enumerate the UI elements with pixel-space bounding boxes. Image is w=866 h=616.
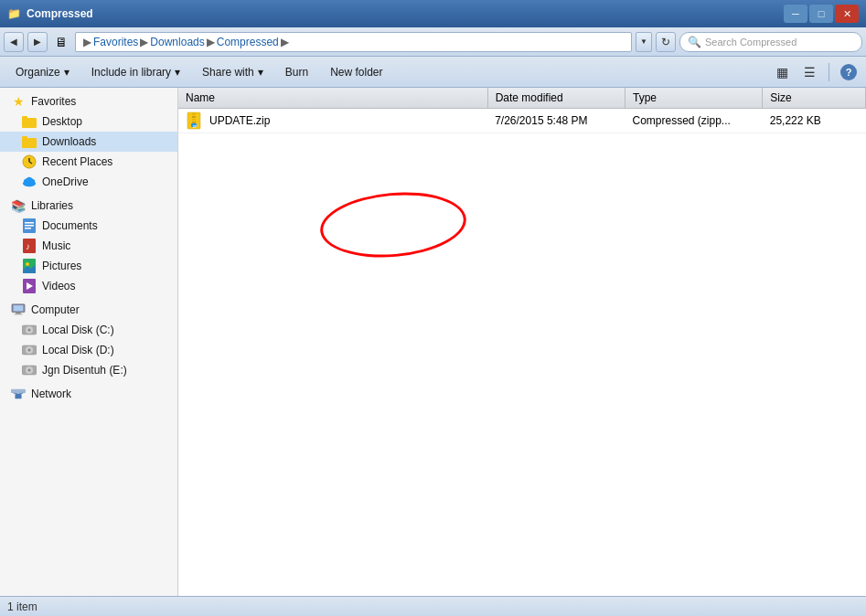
svg-rect-13 xyxy=(25,222,34,224)
sidebar-item-favorites[interactable]: ★ Favorites xyxy=(0,91,177,112)
table-row[interactable]: ZIP UPDATE.zip 7/26/2015 5:48 PM Compres… xyxy=(178,109,866,133)
sidebar-item-downloads[interactable]: Downloads xyxy=(0,132,177,152)
column-header-size[interactable]: Size xyxy=(763,88,866,109)
svg-rect-42 xyxy=(192,112,196,115)
svg-point-11 xyxy=(26,177,32,184)
path-segment-downloads[interactable]: Downloads xyxy=(150,36,204,48)
file-area-wrapper: Name Date modified Type Size xyxy=(178,88,866,596)
close-button[interactable]: ✕ xyxy=(835,5,859,23)
music-icon: ♪ xyxy=(22,239,37,253)
sidebar-item-videos[interactable]: Videos xyxy=(0,276,177,296)
sidebar-item-local-disk-c[interactable]: Local Disk (C:) xyxy=(0,320,177,340)
column-header-date[interactable]: Date modified xyxy=(487,88,625,109)
star-icon: ★ xyxy=(11,94,26,109)
path-segment-compressed[interactable]: Compressed xyxy=(217,36,279,48)
share-with-button[interactable]: Share with ▾ xyxy=(192,60,273,84)
main-area: ★ Favorites Desktop Downloads Recent Pl xyxy=(0,88,866,596)
share-dropdown-icon: ▾ xyxy=(258,66,263,79)
sidebar-section-computer: Computer Local Disk (C:) Local Disk (D:)… xyxy=(0,300,177,380)
include-in-library-button[interactable]: Include in library ▾ xyxy=(81,60,190,84)
forward-button[interactable]: ▶ xyxy=(27,32,48,52)
address-dropdown[interactable]: ▼ xyxy=(636,32,652,52)
burn-button[interactable]: Burn xyxy=(275,60,318,84)
disk-d-icon xyxy=(22,343,37,357)
svg-rect-3 xyxy=(22,138,37,148)
status-bar: 1 item xyxy=(0,596,866,616)
organize-button[interactable]: Organize ▾ xyxy=(5,60,80,84)
svg-point-35 xyxy=(28,369,31,372)
svg-rect-25 xyxy=(16,313,20,314)
sidebar-local-disk-d-label: Local Disk (D:) xyxy=(42,344,114,356)
sidebar-videos-label: Videos xyxy=(42,280,75,292)
sidebar: ★ Favorites Desktop Downloads Recent Pl xyxy=(0,88,178,596)
window-title: Compressed xyxy=(27,7,93,20)
library-icon: 📚 xyxy=(11,198,26,213)
toolbar-separator xyxy=(829,63,829,81)
maximize-button[interactable]: □ xyxy=(809,5,833,23)
sidebar-desktop-label: Desktop xyxy=(42,115,82,128)
status-text: 1 item xyxy=(7,600,37,613)
sidebar-item-local-disk-d[interactable]: Local Disk (D:) xyxy=(0,340,177,360)
address-path[interactable]: ▶ Favorites ▶ Downloads ▶ Compressed ▶ xyxy=(75,32,632,52)
file-name: UPDATE.zip xyxy=(209,114,270,127)
sidebar-item-music[interactable]: ♪ Music xyxy=(0,236,177,256)
sidebar-item-computer[interactable]: Computer xyxy=(0,300,177,320)
sidebar-item-pictures[interactable]: Pictures xyxy=(0,256,177,276)
svg-rect-37 xyxy=(11,389,26,393)
svg-rect-44 xyxy=(192,119,196,121)
sidebar-item-network[interactable]: Network xyxy=(0,384,177,404)
view-toggle-icon: ▦ xyxy=(776,65,788,80)
path-sep-2: ▶ xyxy=(207,36,215,48)
sidebar-item-libraries[interactable]: 📚 Libraries xyxy=(0,196,177,216)
file-type: Compressed (zipp... xyxy=(625,109,762,133)
toolbar-right: ▦ ☰ ? xyxy=(770,60,861,84)
svg-rect-2 xyxy=(22,116,27,119)
path-sep-1: ▶ xyxy=(140,36,148,48)
view-details-icon: ☰ xyxy=(804,65,816,80)
sidebar-computer-label: Computer xyxy=(31,303,80,316)
sidebar-downloads-label: Downloads xyxy=(42,135,96,148)
organize-dropdown-icon: ▾ xyxy=(64,66,69,79)
search-box[interactable]: 🔍 Search Compressed xyxy=(679,32,862,52)
svg-point-19 xyxy=(26,262,29,266)
sidebar-item-desktop[interactable]: Desktop xyxy=(0,112,177,132)
sidebar-onedrive-label: OneDrive xyxy=(42,175,89,188)
include-dropdown-icon: ▾ xyxy=(175,66,180,79)
sidebar-item-jgn-disentuh[interactable]: Jgn Disentuh (E:) xyxy=(0,360,177,380)
svg-rect-26 xyxy=(15,313,23,314)
column-header-type[interactable]: Type xyxy=(625,88,762,109)
view-details-button[interactable]: ☰ xyxy=(797,60,821,84)
sidebar-jgn-disentuh-label: Jgn Disentuh (E:) xyxy=(42,364,127,377)
sidebar-local-disk-c-label: Local Disk (C:) xyxy=(42,324,114,336)
help-button[interactable]: ? xyxy=(837,60,861,84)
path-sep-3: ▶ xyxy=(281,36,289,48)
svg-rect-43 xyxy=(192,116,196,118)
cloud-icon xyxy=(22,175,37,189)
search-icon: 🔍 xyxy=(688,36,701,48)
sidebar-item-documents[interactable]: Documents xyxy=(0,216,177,236)
videos-icon xyxy=(22,279,37,293)
minimize-button[interactable]: ─ xyxy=(784,5,807,23)
new-folder-button[interactable]: New folder xyxy=(320,60,392,84)
disk-c-icon xyxy=(22,323,37,337)
sidebar-item-recent-places[interactable]: Recent Places xyxy=(0,152,177,172)
sidebar-section-libraries: 📚 Libraries Documents ♪ Music Pictures xyxy=(0,196,177,296)
file-name-cell: ZIP UPDATE.zip xyxy=(186,112,480,130)
sidebar-recent-places-label: Recent Places xyxy=(42,155,112,168)
svg-rect-24 xyxy=(14,305,24,311)
back-button[interactable]: ◀ xyxy=(4,32,24,52)
burn-label: Burn xyxy=(285,66,308,79)
refresh-button[interactable]: ↻ xyxy=(656,32,676,52)
svg-line-39 xyxy=(18,393,23,394)
svg-rect-36 xyxy=(15,394,21,398)
help-icon: ? xyxy=(840,64,857,80)
view-toggle-button[interactable]: ▦ xyxy=(770,60,794,84)
column-header-name[interactable]: Name xyxy=(178,88,487,109)
path-segment-raydigital[interactable]: Favorites xyxy=(93,36,138,48)
toolbar: Organize ▾ Include in library ▾ Share wi… xyxy=(0,57,866,88)
file-date: 7/26/2015 5:48 PM xyxy=(487,109,625,133)
address-bar-folder-icon: 🖥 xyxy=(51,32,71,52)
title-bar-controls: ─ □ ✕ xyxy=(784,5,859,23)
sidebar-section-network: Network xyxy=(0,384,177,404)
sidebar-item-onedrive[interactable]: OneDrive xyxy=(0,172,177,192)
